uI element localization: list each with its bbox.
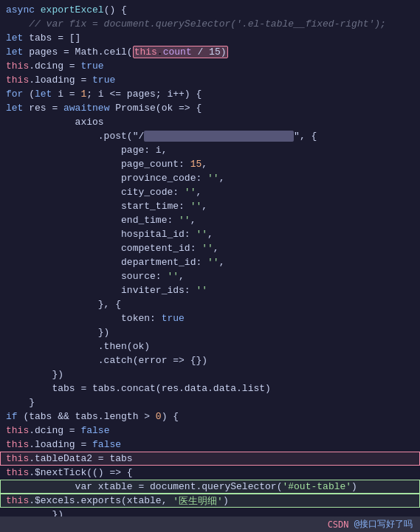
bottom-bar: CSDN @接口写好了吗 <box>0 517 420 532</box>
code-line: page_count: 15, <box>0 157 420 171</box>
code-line: this.dcing = false <box>0 424 420 438</box>
blurred-url <box>144 131 294 142</box>
code-line: inviter_ids: '' <box>0 283 420 297</box>
code-line: hospital_id: '', <box>0 227 420 241</box>
code-line: axios <box>0 115 420 129</box>
code-line: }) <box>0 325 420 339</box>
code-line: city_code: '', <box>0 185 420 199</box>
code-line: if (tabs && tabs.length > 0) { <box>0 410 420 424</box>
code-line: source: '', <box>0 269 420 283</box>
code-line: .then(ok) <box>0 339 420 353</box>
code-line: }) <box>0 367 420 381</box>
this-count-highlight: this.count / 15) <box>133 46 228 58</box>
code-line: token: true <box>0 311 420 325</box>
code-line: let tabs = [] <box>0 31 420 45</box>
code-line: }, { <box>0 297 420 311</box>
code-line: this.tableData2 = tabs <box>0 452 420 466</box>
code-line: tabs = tabs.concat(res.data.data.list) <box>0 381 420 395</box>
code-line: let res = await new Promise(ok => { <box>0 101 420 115</box>
code-editor: async exportExcel() { // var fix = docum… <box>0 0 420 517</box>
code-line: .catch(error => {}) <box>0 353 420 367</box>
code-line: start_time: '', <box>0 199 420 213</box>
code-line: // var fix = document.querySelector('.el… <box>0 17 420 31</box>
code-line: for (let i = 1; i <= pages; i++) { <box>0 87 420 101</box>
code-line: this.loading = true <box>0 73 420 87</box>
code-line: this.loading = false <box>0 438 420 452</box>
code-line: this.$excels.exports(xtable, '医生明细') <box>0 494 420 508</box>
code-line: competent_id: '', <box>0 241 420 255</box>
code-line: department_id: '', <box>0 255 420 269</box>
code-line: } <box>0 395 420 410</box>
code-line: this.dcing = true <box>0 59 420 73</box>
csdn-watermark: CSDN <box>328 519 349 530</box>
author-handle: @接口写好了吗 <box>354 518 413 531</box>
code-line: }) <box>0 508 420 517</box>
code-line: let pages = Math.ceil(this.count / 15) <box>0 45 420 59</box>
author-label <box>349 519 354 530</box>
code-line: var xtable = document.querySelector('#ou… <box>0 480 420 494</box>
code-line: async exportExcel() { <box>0 3 420 17</box>
code-line: end_time: '', <box>0 213 420 227</box>
code-line: this.$nextTick(() => { <box>0 466 420 480</box>
code-line: page: i, <box>0 143 420 157</box>
code-line: .post("/ ", { <box>0 129 420 143</box>
code-line: province_code: '', <box>0 171 420 185</box>
